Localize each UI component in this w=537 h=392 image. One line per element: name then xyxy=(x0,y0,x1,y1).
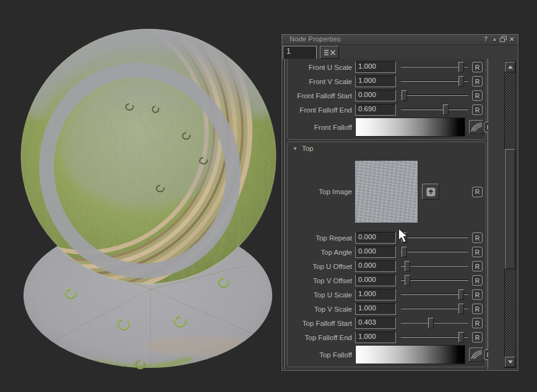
value-input[interactable]: 0.000 xyxy=(355,90,396,101)
value-input[interactable]: 0.690 xyxy=(355,104,396,116)
section-collapse-icon[interactable]: ▼ xyxy=(293,146,298,151)
panel-titlebar[interactable]: Node Properties ? ▲ ✕ xyxy=(282,35,518,45)
front-falloff-reset-button[interactable]: R xyxy=(484,122,488,132)
slider-handle[interactable] xyxy=(402,90,407,101)
property-row: Top U Scale 1.000 R xyxy=(288,288,483,302)
help-icon[interactable]: ? xyxy=(482,35,490,43)
slider-handle[interactable] xyxy=(458,304,464,314)
slider-handle[interactable] xyxy=(405,261,410,271)
slider-track xyxy=(401,280,468,281)
slider[interactable] xyxy=(401,90,468,101)
front-falloff-label: Front Falloff xyxy=(288,124,355,131)
slider[interactable] xyxy=(401,62,468,72)
list-x-icon xyxy=(323,48,337,57)
slider-handle[interactable] xyxy=(402,247,407,257)
property-row: Top U Offset 0.000 R xyxy=(288,259,483,273)
value-input[interactable]: 0.403 xyxy=(355,317,396,329)
property-label: Top Falloff Start xyxy=(288,320,355,327)
reset-button[interactable]: R xyxy=(472,289,483,300)
close-icon[interactable]: ✕ xyxy=(508,35,516,43)
top-falloff-gradient[interactable] xyxy=(355,345,465,364)
value-input[interactable]: 0.000 xyxy=(355,260,396,272)
value-input[interactable]: 1.000 xyxy=(355,331,396,343)
restore-window-icon[interactable] xyxy=(499,35,507,43)
slider[interactable] xyxy=(401,104,468,115)
slider-handle[interactable] xyxy=(405,275,410,286)
front-falloff-row: Front Falloff R xyxy=(288,117,483,137)
property-label: Top U Offset xyxy=(288,263,355,270)
property-row: Top V Offset 0.000 R xyxy=(288,273,483,288)
property-label: Front Falloff End xyxy=(288,106,355,114)
curve-edit-icon xyxy=(470,349,483,360)
reset-button[interactable]: R xyxy=(472,261,483,271)
reset-button[interactable]: R xyxy=(472,332,483,343)
viewport-3d-render[interactable] xyxy=(0,0,281,392)
top-image-load-button[interactable] xyxy=(422,184,439,200)
front-falloff-curve-button[interactable] xyxy=(469,120,484,134)
value-input[interactable]: 0.000 xyxy=(355,246,396,258)
front-falloff-gradient[interactable] xyxy=(355,117,465,137)
property-row: Top Falloff Start 0.403 R xyxy=(288,316,483,330)
reset-button[interactable]: R xyxy=(472,232,483,243)
slider-handle[interactable] xyxy=(428,318,434,328)
vertical-scrollbar[interactable] xyxy=(504,61,516,368)
top-falloff-curve-button[interactable] xyxy=(469,347,484,362)
section-top: ▼ Top Top Image R Top Repeat 0.000 xyxy=(287,142,486,367)
top-image-reset-button[interactable]: R xyxy=(472,187,483,197)
section-front: Front U Scale 1.000 R Front V Scale 1.00… xyxy=(287,59,486,140)
value-input[interactable]: 1.000 xyxy=(355,289,396,300)
slider[interactable] xyxy=(401,261,468,271)
property-row: Front Falloff Start 0.000 R xyxy=(288,88,483,103)
slider[interactable] xyxy=(401,76,468,87)
top-falloff-reset-button[interactable]: R xyxy=(484,349,488,360)
property-row: Top V Scale 1.000 R xyxy=(288,302,483,316)
slider[interactable] xyxy=(401,275,468,286)
scroll-up-button[interactable] xyxy=(505,62,515,72)
slider-handle[interactable] xyxy=(458,289,464,300)
node-list-button[interactable] xyxy=(320,46,339,59)
section-top-header[interactable]: ▼ Top xyxy=(288,143,483,154)
slider-handle[interactable] xyxy=(458,76,464,87)
slider-track xyxy=(401,237,468,238)
value-input[interactable]: 0.000 xyxy=(355,232,396,244)
property-label: Top V Offset xyxy=(288,277,355,284)
slider-handle[interactable] xyxy=(402,232,407,243)
top-image-thumbnail[interactable] xyxy=(355,161,418,223)
image-load-icon xyxy=(426,187,436,197)
slider[interactable] xyxy=(401,247,468,257)
reset-button[interactable]: R xyxy=(472,318,483,328)
slider-handle[interactable] xyxy=(458,332,464,343)
reset-button[interactable]: R xyxy=(472,90,483,101)
triangle-up-icon xyxy=(508,66,513,69)
slider[interactable] xyxy=(401,332,468,343)
value-input[interactable]: 1.000 xyxy=(355,61,396,73)
reset-button[interactable]: R xyxy=(472,104,483,115)
value-input[interactable]: 0.000 xyxy=(355,275,396,286)
slider[interactable] xyxy=(401,304,468,314)
top-image-label: Top Image xyxy=(288,188,355,195)
scrollbar-thumb[interactable] xyxy=(505,149,515,269)
slider-handle[interactable] xyxy=(443,104,449,115)
slider-handle[interactable] xyxy=(458,62,464,72)
reset-button[interactable]: R xyxy=(472,304,483,314)
top-falloff-row: Top Falloff R xyxy=(288,344,483,365)
triangle-down-icon xyxy=(508,360,513,364)
property-label: Front V Scale xyxy=(288,78,355,85)
reset-button[interactable]: R xyxy=(472,247,483,257)
slider[interactable] xyxy=(401,318,468,328)
property-row: Top Falloff End 1.000 R xyxy=(288,330,483,344)
reset-button[interactable]: R xyxy=(472,275,483,286)
reset-button[interactable]: R xyxy=(472,76,483,87)
node-index-input[interactable]: 1 xyxy=(283,46,317,59)
titlebar-buttons: ? ▲ ✕ xyxy=(482,35,516,43)
top-rows: Top Repeat 0.000 R Top Angle 0.000 R Top… xyxy=(288,231,483,344)
reset-button[interactable]: R xyxy=(472,62,483,72)
scroll-down-button[interactable] xyxy=(505,357,515,367)
node-properties-panel: Node Properties ? ▲ ✕ 1 F xyxy=(281,34,518,371)
slider[interactable] xyxy=(401,289,468,300)
collapse-icon[interactable]: ▲ xyxy=(491,35,499,43)
slider[interactable] xyxy=(401,232,468,243)
value-input[interactable]: 1.000 xyxy=(355,303,396,315)
value-input[interactable]: 1.000 xyxy=(355,75,396,87)
property-label: Front U Scale xyxy=(288,64,355,71)
